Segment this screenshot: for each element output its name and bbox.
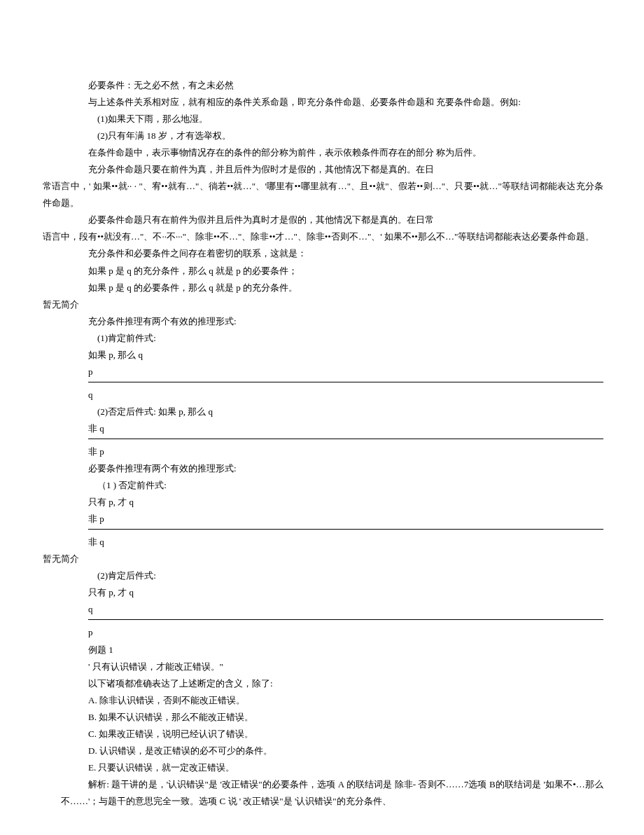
text-line: 非 p bbox=[70, 443, 603, 460]
text-line: (2)肯定后件式: bbox=[70, 567, 603, 584]
horizontal-rule bbox=[88, 529, 603, 530]
text-line: B. 如果不认识错误，那么不能改正错误。 bbox=[70, 709, 603, 726]
horizontal-rule bbox=[88, 439, 603, 439]
divider-wrapper bbox=[70, 382, 603, 382]
text-line: 必要条件命题只有在前件为假并且后件为真时才是假的，其他情况下都是真的。在日常 bbox=[70, 212, 603, 228]
text-line: 在条件命题中，表示事物情况存在的条件的部分称为前件，表示依赖条件而存在的部分 称… bbox=[70, 144, 603, 161]
text-line: 只有 p, 才 q bbox=[70, 584, 603, 601]
document-body: 必要条件：无之必不然，有之未必然 与上述条件关系相对应，就有相应的条件关系命题，… bbox=[70, 77, 603, 810]
horizontal-rule bbox=[88, 619, 603, 620]
divider-wrapper bbox=[70, 619, 603, 620]
text-line: ' 只有认识错误，才能改正错误。" bbox=[70, 658, 603, 675]
text-line: 必要条件：无之必不然，有之未必然 bbox=[70, 77, 603, 94]
text-line: 例题 1 bbox=[70, 642, 603, 658]
text-line: p bbox=[70, 624, 603, 641]
text-line: E. 只要认识错误，就一定改正错误。 bbox=[70, 759, 603, 776]
text-line: 以下诸项都准确表达了上述断定的含义，除了: bbox=[70, 675, 603, 692]
text-line: 常语言中，' 如果••就·· · "、宥••就有…"、徜若••就…"、'哪里有•… bbox=[43, 178, 603, 212]
text-line: 解析: 题干讲的是，'认识错误"是 '改正错误"的必要条件，选项 A 的联结词是… bbox=[43, 776, 603, 810]
text-line: 充分条件命题只要在前件为真，并且后件为假时才是假的，其他情况下都是真的。在日 bbox=[70, 161, 603, 178]
text-line: A. 除非认识错误，否则不能改正错误。 bbox=[70, 692, 603, 709]
text-line: 与上述条件关系相对应，就有相应的条件关系命题，即充分条件命题、必要条件命题和 充… bbox=[70, 94, 603, 111]
divider-wrapper bbox=[70, 439, 603, 439]
text-line: q bbox=[70, 601, 603, 618]
text-line: q bbox=[70, 387, 603, 403]
horizontal-rule bbox=[88, 382, 603, 382]
text-line: 必要条件推理有两个有效的推理形式: bbox=[70, 460, 603, 477]
text-line: 只有 p, 才 q bbox=[70, 494, 603, 511]
text-line: 暂无简介 bbox=[43, 296, 603, 313]
text-line: 语言中，段有••就没有…"、不··不···"、除非••不…"、除非••才…"、除… bbox=[43, 228, 603, 245]
text-line: 充分条件推理有两个有效的推理形式: bbox=[70, 313, 603, 330]
text-line: 充分条件和必要条件之间存在着密切的联系，这就是： bbox=[70, 245, 603, 262]
text-line: 如果 p 是 q 的充分条件，那么 q 就是 p 的必要条件； bbox=[70, 263, 603, 280]
text-line: 非 p bbox=[70, 511, 603, 527]
text-line: C. 如果改正错误，说明已经认识了错误。 bbox=[70, 726, 603, 743]
text-line: 如果 p 是 q 的必要条件，那么 q 就是 p 的充分条件。 bbox=[70, 280, 603, 296]
text-line: （1 ) 否定前件式: bbox=[70, 477, 603, 494]
text-line: 非 q bbox=[70, 420, 603, 437]
text-line: (2)否定后件式: 如果 p, 那么 q bbox=[70, 403, 603, 420]
divider-wrapper bbox=[70, 529, 603, 530]
text-line: p bbox=[70, 364, 603, 380]
text-line: (1)如果天下雨，那么地湿。 bbox=[70, 111, 603, 127]
text-line: (1)肯定前件式: bbox=[70, 330, 603, 347]
text-line: D. 认识错误，是改正错误的必不可少的条件。 bbox=[70, 743, 603, 759]
text-line: (2)只有年满 18 岁，才有选举权。 bbox=[70, 127, 603, 144]
text-line: 如果 p, 那么 q bbox=[70, 347, 603, 364]
text-line: 非 q bbox=[70, 534, 603, 551]
text-line: 暂无简介 bbox=[43, 551, 603, 567]
